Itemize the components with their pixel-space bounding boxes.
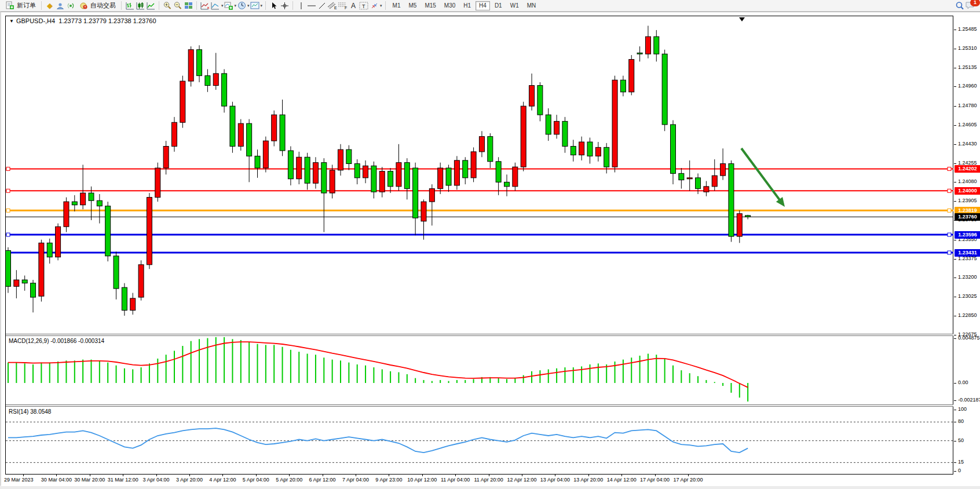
time-axis-tick [123, 475, 123, 476]
candle-body [429, 189, 434, 202]
price-chart-pane[interactable] [6, 16, 953, 334]
tile-windows-icon[interactable] [183, 1, 193, 10]
candle-body [81, 193, 86, 205]
macd-histogram-bar [556, 368, 557, 383]
signals-icon[interactable] [65, 1, 76, 10]
macd-histogram-bar [506, 379, 507, 383]
auto-trading-button[interactable]: 自动交易 [76, 1, 118, 11]
axis-tick [954, 400, 956, 401]
rsi-axis-label: 0 [958, 468, 961, 473]
time-axis-tick [422, 475, 423, 476]
search-icon[interactable] [955, 1, 965, 10]
candle-body [272, 115, 277, 141]
horizontal-line-icon[interactable] [306, 1, 317, 10]
line-endpoint-marker [948, 209, 951, 212]
candle-body [222, 74, 227, 106]
price-axis-label: 1.25485 [958, 26, 977, 32]
timeframe-button-d1[interactable]: D1 [491, 1, 506, 10]
axis-tick [954, 338, 956, 339]
time-axis-tick [621, 475, 622, 476]
timeframe-button-h4[interactable]: H4 [476, 1, 490, 10]
timeframe-button-mn[interactable]: MN [524, 1, 540, 10]
price-axis-label: 1.24080 [958, 178, 977, 184]
text-label-icon[interactable]: T [359, 1, 369, 10]
zoom-out-icon[interactable] [173, 1, 183, 10]
line-chart-icon[interactable] [145, 1, 156, 10]
fibonacci-icon[interactable]: F [338, 1, 348, 10]
candle-body [388, 171, 393, 187]
candlestick-chart-icon[interactable] [135, 1, 145, 10]
macd-histogram-bar [648, 353, 649, 383]
vertical-line-icon[interactable] [296, 1, 306, 10]
price-axis-label: 1.24960 [958, 83, 977, 89]
main-toolbar: 新订单 ◆ 自动交易 [0, 0, 980, 12]
candle-body [346, 149, 352, 163]
templates-dropdown-arrow[interactable]: ▾ [261, 3, 263, 8]
auto-trading-label: 自动交易 [90, 1, 116, 10]
chart-title-collapse-icon[interactable]: ▼ [9, 19, 14, 24]
timeframe-button-m15[interactable]: M15 [421, 1, 439, 10]
equidistant-channel-icon[interactable]: E [327, 1, 338, 10]
toolbar-separator [292, 1, 293, 10]
macd-axis-label: 0.00 [958, 379, 968, 385]
timeframe-button-h1[interactable]: H1 [460, 1, 474, 10]
cursor-icon[interactable] [269, 1, 279, 10]
bar-chart-icon[interactable] [125, 1, 135, 10]
price-badge: 1.23596 [955, 231, 980, 239]
candle-body [31, 283, 36, 297]
timeframe-button-w1[interactable]: W1 [507, 1, 522, 10]
time-axis-tick [655, 475, 656, 476]
price-badge: 1.23431 [955, 249, 980, 257]
macd-pane[interactable] [6, 336, 953, 404]
rsi-axis-label: 50 [958, 437, 964, 443]
crosshair-icon[interactable] [279, 1, 290, 10]
timeframe-button-m30[interactable]: M30 [441, 1, 459, 10]
rsi-axis-label: 100 [958, 406, 967, 412]
arrows-dropdown-arrow[interactable]: ▾ [380, 3, 382, 8]
macd-histogram-bar [215, 337, 217, 383]
candle-body [197, 50, 202, 76]
macd-histogram-bar [207, 338, 208, 383]
text-icon[interactable]: A [348, 1, 359, 10]
metaeditor-icon[interactable]: ◆ [45, 1, 55, 10]
macd-histogram-bar [82, 360, 83, 383]
timeframe-button-m1[interactable]: M1 [389, 1, 404, 10]
periods-icon[interactable] [236, 1, 247, 10]
time-axis-tick [522, 475, 522, 476]
trendline-icon[interactable] [317, 1, 327, 10]
rsi-line [8, 428, 748, 452]
line-endpoint-marker [948, 189, 951, 192]
arrows-tool-icon[interactable] [369, 1, 379, 10]
indicator-list-icon[interactable] [210, 1, 221, 10]
time-axis-tick [289, 475, 290, 476]
new-chart-icon[interactable] [224, 1, 234, 10]
notifications-button[interactable]: 1 [965, 1, 978, 11]
macd-histogram-bar [639, 356, 641, 383]
candle-body [255, 156, 260, 168]
candle-body [471, 152, 476, 178]
rsi-pane[interactable] [6, 407, 953, 474]
community-icon[interactable] [55, 1, 65, 10]
candle-body [288, 151, 293, 179]
price-badge: 1.24000 [955, 187, 980, 195]
new-order-button[interactable]: 新订单 [2, 1, 38, 11]
zoom-in-icon[interactable] [162, 1, 173, 10]
chart-title: ▼GBPUSD-,H4 1.23773 1.23779 1.23738 1.23… [9, 17, 156, 24]
templates-icon[interactable] [250, 1, 260, 10]
macd-histogram-bar [573, 367, 574, 383]
time-axis-tick [222, 475, 223, 476]
price-axis[interactable]: 1.254851.253101.251351.249601.247801.246… [954, 12, 980, 486]
price-axis-label: 1.24605 [958, 122, 977, 127]
trend-arrow-annotation [741, 148, 781, 201]
candle-body [130, 298, 136, 311]
indicator-add-icon[interactable] [200, 1, 210, 10]
candle-body [47, 243, 52, 257]
time-axis[interactable]: 29 Mar 202330 Mar 04:0030 Mar 20:0031 Ma… [1, 475, 980, 486]
time-axis-label: 3 Apr 04:00 [143, 477, 170, 483]
macd-histogram-bar [240, 340, 242, 383]
chart-window: ▼GBPUSD-,H4 1.23773 1.23779 1.23738 1.23… [0, 12, 980, 486]
time-axis-tick [688, 475, 689, 476]
candle-body [737, 214, 742, 236]
timeframe-button-m5[interactable]: M5 [405, 1, 420, 10]
candle-body [529, 86, 535, 107]
